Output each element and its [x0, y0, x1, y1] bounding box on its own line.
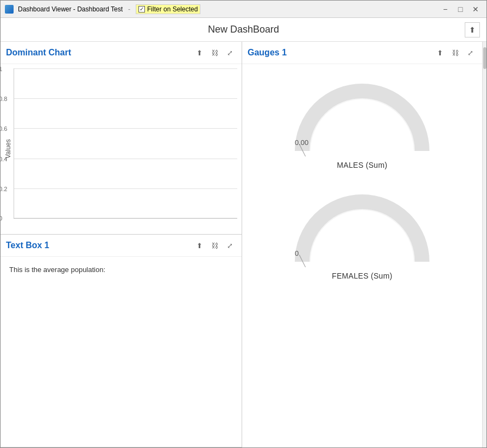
textbox-section: Text Box 1 ⬆ ⛓ ⤢ This is the average pop…: [1, 235, 242, 447]
dominant-chart-expand-button[interactable]: ⤢: [223, 46, 236, 59]
grid-line-5: 0.2: [14, 188, 237, 189]
chart-x-axis: [14, 219, 237, 230]
gauges-header: Gauges 1 ⬆ ⛓ ⤢: [242, 42, 482, 64]
titlebar-title: Dashboard Viewer - Dashboard Test: [18, 5, 123, 13]
gauge-females: 0 FEMALES (Sum): [286, 186, 438, 280]
gauge-males: 0.00 MALES (Sum): [286, 75, 438, 169]
titlebar-controls: − □ ✕: [439, 4, 482, 15]
dominant-chart-link-button[interactable]: ⛓: [208, 46, 221, 59]
chart-plot: 1 0.8 0.6 0.4 0.: [14, 68, 237, 219]
grid-line-3: 0.6: [14, 128, 237, 129]
gauge-females-label: FEMALES (Sum): [332, 272, 392, 280]
y-tick-3: 0.6: [1, 125, 7, 132]
gauges-export-button[interactable]: ⬆: [433, 46, 446, 59]
dominant-chart-title: Dominant Chart: [6, 48, 189, 58]
gauge-males-svg: [286, 75, 438, 156]
dominant-chart-header: Dominant Chart ⬆ ⛓ ⤢: [1, 42, 242, 64]
gauge-males-value: 0.00: [295, 138, 308, 147]
titlebar: Dashboard Viewer - Dashboard Test - ✓ Fi…: [1, 1, 486, 18]
main-content: Dominant Chart ⬆ ⛓ ⤢ Values 1: [1, 42, 486, 447]
filter-label: Filter on Selected: [147, 5, 198, 13]
dominant-chart-buttons: ⬆ ⛓ ⤢: [193, 46, 236, 59]
maximize-button[interactable]: □: [454, 4, 467, 15]
textbox-header: Text Box 1 ⬆ ⛓ ⤢: [1, 235, 242, 257]
gauges-area: 0.00 MALES (Sum): [242, 64, 482, 447]
y-tick-4: 0.4: [1, 156, 7, 162]
scrollbar-thumb[interactable]: [483, 47, 486, 69]
gauges-expand-button[interactable]: ⤢: [464, 46, 477, 59]
dominant-chart-section: Dominant Chart ⬆ ⛓ ⤢ Values 1: [1, 42, 242, 235]
gauge-males-label: MALES (Sum): [337, 161, 388, 169]
window: Dashboard Viewer - Dashboard Test - ✓ Fi…: [0, 0, 487, 448]
dominant-chart-export-button[interactable]: ⬆: [193, 46, 206, 59]
grid-line-4: 0.4: [14, 159, 237, 159]
grid-line-2: 0.8: [14, 98, 237, 99]
dashboard-export-button[interactable]: ⬆: [465, 22, 480, 37]
textbox-export-button[interactable]: ⬆: [193, 239, 206, 252]
grid-line-6: 0: [14, 218, 237, 218]
y-tick-5: 0.2: [1, 186, 7, 192]
filter-checkbox-area[interactable]: ✓ Filter on Selected: [136, 4, 200, 14]
chart-y-axis-label: Values: [3, 68, 14, 230]
filter-checkbox[interactable]: ✓: [138, 6, 145, 12]
dashboard-export-icon: ⬆: [469, 26, 476, 34]
y-tick-1: 1: [1, 66, 2, 72]
dashboard-header: New DashBoard ⬆: [1, 18, 486, 42]
dashboard-title: New DashBoard: [208, 24, 279, 35]
app-icon: [5, 5, 14, 14]
gauge-females-svg: [286, 186, 438, 267]
gauges-link-button[interactable]: ⛓: [448, 46, 461, 59]
gauge-females-wrapper: 0: [286, 186, 438, 267]
chart-inner: 1 0.8 0.6 0.4 0.: [14, 68, 237, 230]
textbox-text: This is the average population:: [9, 266, 105, 274]
minimize-button[interactable]: −: [439, 4, 452, 15]
dominant-chart-area: Values 1 0.8 0.6: [1, 64, 242, 234]
grid-line-1: 1: [14, 68, 237, 69]
right-panel: Gauges 1 ⬆ ⛓ ⤢: [242, 42, 482, 447]
y-tick-6: 0: [1, 215, 2, 222]
textbox-link-button[interactable]: ⛓: [208, 239, 221, 252]
textbox-content: This is the average population:: [1, 257, 242, 282]
gauges-buttons: ⬆ ⛓ ⤢: [433, 46, 477, 59]
gauges-title: Gauges 1: [248, 48, 430, 58]
close-button[interactable]: ✕: [469, 4, 482, 15]
textbox-buttons: ⬆ ⛓ ⤢: [193, 239, 236, 252]
gauge-males-wrapper: 0.00: [286, 75, 438, 156]
textbox-expand-button[interactable]: ⤢: [223, 239, 236, 252]
textbox-title: Text Box 1: [6, 241, 189, 250]
left-panel: Dominant Chart ⬆ ⛓ ⤢ Values 1: [1, 42, 242, 447]
y-tick-2: 0.8: [1, 96, 7, 102]
scrollbar-edge: [482, 42, 486, 447]
gauge-females-value: 0: [295, 249, 299, 257]
